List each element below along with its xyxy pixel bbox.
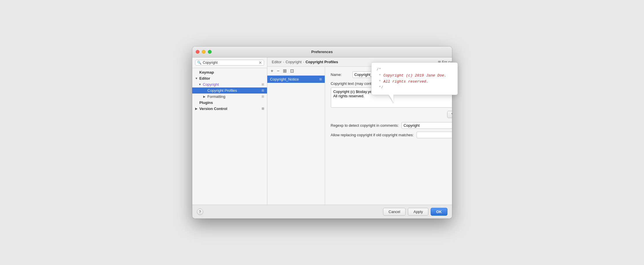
sidebar-item-editor[interactable]: ▼ Editor — [192, 75, 267, 81]
sidebar: 🔍 ✕ Keymap ▼ Editor — [192, 57, 267, 205]
remove-profile-button[interactable]: − — [276, 68, 281, 74]
regexp-label: Regexp to detect copyright in comments: — [331, 123, 399, 128]
profile-list-pane: + − ⊞ ⊡ Copyright_Notice ⊞ — [267, 67, 325, 205]
sidebar-item-formatting[interactable]: ▶ Formatting ⊞ — [192, 94, 267, 100]
name-label: Name: — [331, 72, 350, 77]
profile-entry[interactable]: Copyright_Notice ⊞ — [267, 76, 325, 83]
close-button[interactable] — [196, 50, 199, 54]
breadcrumb-editor: Editor — [272, 60, 282, 64]
tooltip-line1: /* — [377, 67, 381, 72]
apply-button[interactable]: Apply — [408, 208, 428, 216]
breadcrumb: Editor › Copyright › Copyright Profiles — [272, 60, 338, 64]
tooltip-line2: * Copyright (c) 2019 Jane Doe. — [377, 73, 447, 78]
profile-toolbar: + − ⊞ ⊡ — [267, 67, 325, 76]
settings-icon: ⊞ — [262, 107, 264, 111]
sidebar-tree: Keymap ▼ Editor ▼ Copyright ⊞ — [192, 68, 267, 205]
regexp-row: Regexp to detect copyright in comments: — [331, 122, 452, 129]
settings-icon: ⊞ — [262, 83, 264, 86]
sidebar-item-label: Copyright — [203, 82, 260, 87]
sidebar-item-copyright[interactable]: ▼ Copyright ⊞ — [192, 81, 267, 87]
sidebar-item-label: Formatting — [208, 94, 260, 99]
window-title: Preferences — [311, 50, 333, 54]
footer: ? Cancel Apply OK — [192, 205, 452, 219]
breadcrumb-sep: › — [283, 60, 284, 64]
settings-icon: ⊞ — [262, 89, 264, 92]
profile-entry-label: Copyright_Notice — [270, 77, 299, 81]
titlebar: Preferences — [192, 46, 452, 57]
search-box: 🔍 ✕ — [192, 57, 267, 68]
sidebar-item-label: Editor — [199, 76, 264, 81]
search-icon: 🔍 — [197, 61, 201, 65]
validate-row: Validate — [331, 111, 452, 118]
sidebar-item-copyright-profiles[interactable]: Copyright Profiles ⊞ — [192, 87, 267, 94]
ok-button[interactable]: OK — [431, 208, 447, 216]
cancel-button[interactable]: Cancel — [383, 208, 406, 216]
sidebar-item-label: Copyright Profiles — [208, 88, 260, 93]
traffic-lights — [196, 50, 212, 54]
sidebar-item-label: Plugins — [199, 100, 264, 105]
tree-arrow: ▼ — [199, 83, 202, 86]
code-preview-tooltip: /* * Copyright (c) 2019 Jane Doe. * All … — [371, 62, 458, 95]
search-clear-icon[interactable]: ✕ — [259, 61, 262, 65]
footer-left: ? — [197, 209, 203, 215]
search-input[interactable] — [203, 61, 257, 65]
tree-arrow: ▼ — [195, 77, 199, 80]
search-input-wrap: 🔍 ✕ — [195, 60, 264, 66]
import-profile-button[interactable]: ⊡ — [289, 68, 295, 74]
settings-icon: ⊞ — [262, 95, 264, 98]
replace-input[interactable] — [417, 132, 452, 138]
sidebar-item-keymap[interactable]: Keymap — [192, 69, 267, 75]
sidebar-item-label: Keymap — [199, 70, 264, 74]
tooltip-line4: */ — [377, 85, 383, 89]
footer-right: Cancel Apply OK — [383, 208, 447, 216]
add-profile-button[interactable]: + — [270, 68, 275, 74]
regexp-input[interactable] — [402, 122, 452, 129]
minimize-button[interactable] — [202, 50, 206, 54]
breadcrumb-sep: › — [303, 60, 304, 64]
sidebar-item-label: Version Control — [199, 107, 260, 111]
copy-profile-button[interactable]: ⊞ — [282, 68, 288, 74]
replace-label: Allow replacing copyright if old copyrig… — [331, 133, 414, 137]
profile-entries: Copyright_Notice ⊞ — [267, 76, 325, 205]
validate-button[interactable]: Validate — [447, 111, 452, 118]
tree-arrow: ▶ — [203, 95, 207, 98]
tooltip-line3: * All rights reserved. — [377, 79, 428, 84]
sidebar-item-version-control[interactable]: ▶ Version Control ⊞ — [192, 106, 267, 112]
tree-arrow: ▶ — [195, 107, 199, 110]
sidebar-item-plugins[interactable]: Plugins — [192, 100, 267, 106]
maximize-button[interactable] — [208, 50, 212, 54]
help-button[interactable]: ? — [197, 209, 203, 215]
replace-row: Allow replacing copyright if old copyrig… — [331, 132, 452, 138]
profile-entry-icon: ⊞ — [319, 77, 322, 81]
breadcrumb-copyright-profiles: Copyright Profiles — [305, 60, 338, 64]
breadcrumb-copyright: Copyright — [285, 60, 302, 64]
